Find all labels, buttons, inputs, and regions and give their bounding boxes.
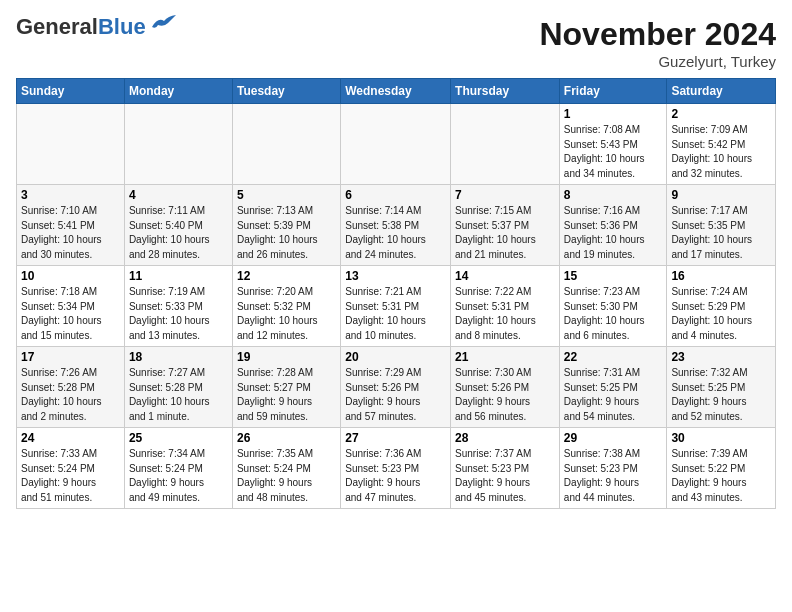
calendar-cell: 30Sunrise: 7:39 AM Sunset: 5:22 PM Dayli… <box>667 428 776 509</box>
day-number: 10 <box>21 269 120 283</box>
calendar-cell: 5Sunrise: 7:13 AM Sunset: 5:39 PM Daylig… <box>232 185 340 266</box>
day-info: Sunrise: 7:22 AM Sunset: 5:31 PM Dayligh… <box>455 285 555 343</box>
header-sunday: Sunday <box>17 79 125 104</box>
calendar-cell: 14Sunrise: 7:22 AM Sunset: 5:31 PM Dayli… <box>451 266 560 347</box>
day-number: 14 <box>455 269 555 283</box>
calendar-cell <box>451 104 560 185</box>
header-thursday: Thursday <box>451 79 560 104</box>
calendar-cell: 26Sunrise: 7:35 AM Sunset: 5:24 PM Dayli… <box>232 428 340 509</box>
day-number: 29 <box>564 431 663 445</box>
calendar-cell: 28Sunrise: 7:37 AM Sunset: 5:23 PM Dayli… <box>451 428 560 509</box>
calendar-cell <box>17 104 125 185</box>
day-info: Sunrise: 7:37 AM Sunset: 5:23 PM Dayligh… <box>455 447 555 505</box>
day-number: 6 <box>345 188 446 202</box>
calendar-cell: 2Sunrise: 7:09 AM Sunset: 5:42 PM Daylig… <box>667 104 776 185</box>
day-info: Sunrise: 7:09 AM Sunset: 5:42 PM Dayligh… <box>671 123 771 181</box>
calendar-cell: 15Sunrise: 7:23 AM Sunset: 5:30 PM Dayli… <box>559 266 667 347</box>
calendar-cell: 29Sunrise: 7:38 AM Sunset: 5:23 PM Dayli… <box>559 428 667 509</box>
day-info: Sunrise: 7:08 AM Sunset: 5:43 PM Dayligh… <box>564 123 663 181</box>
logo-text: GeneralBlue <box>16 16 146 38</box>
day-number: 16 <box>671 269 771 283</box>
day-number: 28 <box>455 431 555 445</box>
logo-general: General <box>16 14 98 39</box>
day-number: 3 <box>21 188 120 202</box>
header-friday: Friday <box>559 79 667 104</box>
calendar-cell: 24Sunrise: 7:33 AM Sunset: 5:24 PM Dayli… <box>17 428 125 509</box>
week-row-4: 17Sunrise: 7:26 AM Sunset: 5:28 PM Dayli… <box>17 347 776 428</box>
calendar-cell <box>232 104 340 185</box>
day-number: 26 <box>237 431 336 445</box>
day-number: 2 <box>671 107 771 121</box>
day-info: Sunrise: 7:15 AM Sunset: 5:37 PM Dayligh… <box>455 204 555 262</box>
header-monday: Monday <box>124 79 232 104</box>
calendar-cell: 22Sunrise: 7:31 AM Sunset: 5:25 PM Dayli… <box>559 347 667 428</box>
calendar-cell: 11Sunrise: 7:19 AM Sunset: 5:33 PM Dayli… <box>124 266 232 347</box>
day-number: 30 <box>671 431 771 445</box>
calendar-cell: 3Sunrise: 7:10 AM Sunset: 5:41 PM Daylig… <box>17 185 125 266</box>
day-info: Sunrise: 7:29 AM Sunset: 5:26 PM Dayligh… <box>345 366 446 424</box>
header-tuesday: Tuesday <box>232 79 340 104</box>
day-info: Sunrise: 7:32 AM Sunset: 5:25 PM Dayligh… <box>671 366 771 424</box>
calendar-cell <box>341 104 451 185</box>
logo-bird-icon <box>150 13 176 33</box>
day-info: Sunrise: 7:11 AM Sunset: 5:40 PM Dayligh… <box>129 204 228 262</box>
calendar-cell: 17Sunrise: 7:26 AM Sunset: 5:28 PM Dayli… <box>17 347 125 428</box>
calendar-cell: 23Sunrise: 7:32 AM Sunset: 5:25 PM Dayli… <box>667 347 776 428</box>
month-title: November 2024 <box>539 16 776 53</box>
day-info: Sunrise: 7:24 AM Sunset: 5:29 PM Dayligh… <box>671 285 771 343</box>
day-number: 17 <box>21 350 120 364</box>
calendar-cell: 21Sunrise: 7:30 AM Sunset: 5:26 PM Dayli… <box>451 347 560 428</box>
day-info: Sunrise: 7:21 AM Sunset: 5:31 PM Dayligh… <box>345 285 446 343</box>
calendar-cell: 27Sunrise: 7:36 AM Sunset: 5:23 PM Dayli… <box>341 428 451 509</box>
day-number: 9 <box>671 188 771 202</box>
day-info: Sunrise: 7:31 AM Sunset: 5:25 PM Dayligh… <box>564 366 663 424</box>
day-info: Sunrise: 7:17 AM Sunset: 5:35 PM Dayligh… <box>671 204 771 262</box>
day-number: 21 <box>455 350 555 364</box>
calendar-cell: 6Sunrise: 7:14 AM Sunset: 5:38 PM Daylig… <box>341 185 451 266</box>
day-number: 24 <box>21 431 120 445</box>
day-info: Sunrise: 7:10 AM Sunset: 5:41 PM Dayligh… <box>21 204 120 262</box>
day-info: Sunrise: 7:20 AM Sunset: 5:32 PM Dayligh… <box>237 285 336 343</box>
day-info: Sunrise: 7:34 AM Sunset: 5:24 PM Dayligh… <box>129 447 228 505</box>
calendar-cell: 20Sunrise: 7:29 AM Sunset: 5:26 PM Dayli… <box>341 347 451 428</box>
title-block: November 2024 Guzelyurt, Turkey <box>539 16 776 70</box>
day-info: Sunrise: 7:27 AM Sunset: 5:28 PM Dayligh… <box>129 366 228 424</box>
week-row-1: 1Sunrise: 7:08 AM Sunset: 5:43 PM Daylig… <box>17 104 776 185</box>
logo: GeneralBlue <box>16 16 176 38</box>
calendar-cell: 8Sunrise: 7:16 AM Sunset: 5:36 PM Daylig… <box>559 185 667 266</box>
calendar-cell: 25Sunrise: 7:34 AM Sunset: 5:24 PM Dayli… <box>124 428 232 509</box>
day-number: 4 <box>129 188 228 202</box>
calendar-cell: 1Sunrise: 7:08 AM Sunset: 5:43 PM Daylig… <box>559 104 667 185</box>
calendar-cell: 10Sunrise: 7:18 AM Sunset: 5:34 PM Dayli… <box>17 266 125 347</box>
day-info: Sunrise: 7:28 AM Sunset: 5:27 PM Dayligh… <box>237 366 336 424</box>
day-info: Sunrise: 7:30 AM Sunset: 5:26 PM Dayligh… <box>455 366 555 424</box>
day-number: 15 <box>564 269 663 283</box>
header-saturday: Saturday <box>667 79 776 104</box>
day-info: Sunrise: 7:14 AM Sunset: 5:38 PM Dayligh… <box>345 204 446 262</box>
day-number: 13 <box>345 269 446 283</box>
calendar-cell: 12Sunrise: 7:20 AM Sunset: 5:32 PM Dayli… <box>232 266 340 347</box>
day-info: Sunrise: 7:35 AM Sunset: 5:24 PM Dayligh… <box>237 447 336 505</box>
day-info: Sunrise: 7:23 AM Sunset: 5:30 PM Dayligh… <box>564 285 663 343</box>
day-info: Sunrise: 7:26 AM Sunset: 5:28 PM Dayligh… <box>21 366 120 424</box>
week-row-3: 10Sunrise: 7:18 AM Sunset: 5:34 PM Dayli… <box>17 266 776 347</box>
day-number: 22 <box>564 350 663 364</box>
week-row-5: 24Sunrise: 7:33 AM Sunset: 5:24 PM Dayli… <box>17 428 776 509</box>
day-number: 23 <box>671 350 771 364</box>
day-number: 7 <box>455 188 555 202</box>
location: Guzelyurt, Turkey <box>539 53 776 70</box>
calendar-cell: 4Sunrise: 7:11 AM Sunset: 5:40 PM Daylig… <box>124 185 232 266</box>
page-header: GeneralBlue November 2024 Guzelyurt, Tur… <box>16 16 776 70</box>
calendar-cell: 13Sunrise: 7:21 AM Sunset: 5:31 PM Dayli… <box>341 266 451 347</box>
week-row-2: 3Sunrise: 7:10 AM Sunset: 5:41 PM Daylig… <box>17 185 776 266</box>
day-number: 19 <box>237 350 336 364</box>
day-number: 25 <box>129 431 228 445</box>
day-number: 20 <box>345 350 446 364</box>
day-number: 11 <box>129 269 228 283</box>
day-number: 12 <box>237 269 336 283</box>
day-info: Sunrise: 7:13 AM Sunset: 5:39 PM Dayligh… <box>237 204 336 262</box>
day-info: Sunrise: 7:19 AM Sunset: 5:33 PM Dayligh… <box>129 285 228 343</box>
calendar-cell: 18Sunrise: 7:27 AM Sunset: 5:28 PM Dayli… <box>124 347 232 428</box>
calendar-cell <box>124 104 232 185</box>
calendar-cell: 16Sunrise: 7:24 AM Sunset: 5:29 PM Dayli… <box>667 266 776 347</box>
